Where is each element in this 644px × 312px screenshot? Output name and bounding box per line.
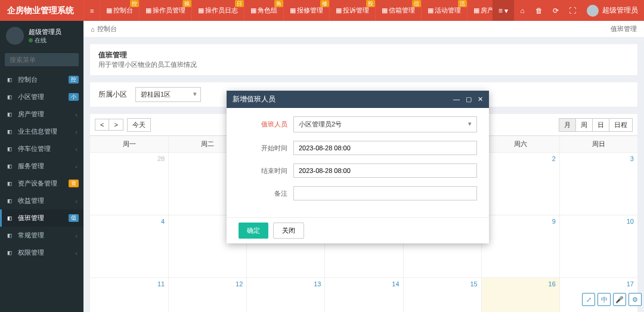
- top-nav: ≡ ▦ 控制台控▦ 操作员管理操▦ 操作员日志日▦ 角色组角▦ 报修管理修▦ 投…: [83, 0, 493, 21]
- modal-footer: 确定 关闭: [227, 217, 489, 243]
- sidebar-avatar: [6, 27, 24, 45]
- home-icon[interactable]: ⌂: [514, 7, 531, 15]
- remark-input[interactable]: [293, 186, 477, 200]
- nav-more[interactable]: ≡ ▾: [493, 0, 514, 21]
- sidebar-item[interactable]: ◧服务管理‹: [0, 157, 83, 175]
- filter-label: 所属小区: [98, 89, 127, 100]
- modal-add-duty: 新增值班人员 — ▢ ✕ 值班人员 小区管理员2号 开始时间 结束时间 备注 确…: [227, 91, 489, 243]
- weekday-header: 周日: [559, 136, 637, 152]
- trash-icon[interactable]: 🗑: [531, 7, 547, 15]
- ok-button[interactable]: 确定: [239, 223, 268, 239]
- modal-close-icon[interactable]: ✕: [478, 95, 483, 103]
- user-name: 超级管理员: [602, 5, 638, 16]
- top-bar: 企房物业管理系统 ≡ ▦ 控制台控▦ 操作员管理操▦ 操作员日志日▦ 角色组角▦…: [0, 0, 644, 21]
- start-time-input[interactable]: [293, 141, 477, 155]
- top-tab[interactable]: ▦ 房产管理房: [467, 0, 492, 21]
- avatar: [587, 5, 599, 17]
- nav-burger[interactable]: ≡: [83, 0, 100, 21]
- top-icons: ⌂ 🗑 ⟳ ⛶: [514, 0, 581, 21]
- label-end: 结束时间: [239, 166, 293, 175]
- close-button[interactable]: 关闭: [273, 223, 304, 239]
- calendar-cell[interactable]: 2: [481, 152, 559, 215]
- crumb-home[interactable]: 控制台: [97, 24, 117, 33]
- top-tab[interactable]: ▦ 角色组角: [244, 0, 283, 21]
- float-buttons: ⤢ 中 🎤 ⚙: [582, 293, 642, 306]
- top-tab[interactable]: ▦ 操作员日志日: [191, 0, 244, 21]
- cal-prev[interactable]: <: [95, 119, 109, 131]
- cal-view-btn[interactable]: 月: [559, 118, 576, 132]
- sidebar-item[interactable]: ◧权限管理‹: [0, 244, 83, 261]
- sidebar-menu: ◧控制台控◧小区管理小◧房产管理‹◧业主信息管理‹◧停车位管理‹◧服务管理‹◧资…: [0, 71, 83, 261]
- person-select[interactable]: 小区管理员2号: [293, 116, 477, 132]
- fullscreen-icon[interactable]: ⛶: [564, 7, 581, 15]
- label-person: 值班人员: [239, 120, 293, 129]
- sidebar-status: 在线: [29, 36, 61, 45]
- calendar-cell[interactable]: 9: [481, 215, 559, 277]
- cal-views: 月周日日程: [559, 118, 633, 132]
- top-tab[interactable]: ▦ 控制台控: [100, 0, 139, 21]
- home-icon: ⌂: [91, 26, 95, 33]
- sidebar-username: 超级管理员: [29, 27, 61, 36]
- modal-body: 值班人员 小区管理员2号 开始时间 结束时间 备注: [227, 108, 489, 217]
- app-logo: 企房物业管理系统: [0, 0, 83, 21]
- modal-min-icon[interactable]: —: [453, 95, 460, 103]
- label-remark: 备注: [239, 189, 293, 198]
- label-start: 开始时间: [239, 144, 293, 153]
- calendar-cell[interactable]: 28: [90, 152, 168, 215]
- top-tab[interactable]: ▦ 活动管理活: [421, 0, 467, 21]
- crumb-current: 值班管理: [611, 24, 637, 33]
- calendar-cell[interactable]: 10: [559, 215, 637, 277]
- cal-next[interactable]: >: [109, 119, 123, 131]
- modal-header[interactable]: 新增值班人员 — ▢ ✕: [227, 91, 489, 108]
- sidebar-item[interactable]: ◧资产设备管理资: [0, 175, 83, 192]
- calendar-cell[interactable]: 15: [403, 277, 481, 312]
- calendar-cell[interactable]: 11: [90, 277, 168, 312]
- float-lang-icon[interactable]: 中: [597, 293, 611, 306]
- calendar-cell[interactable]: 16: [481, 277, 559, 312]
- cal-view-btn[interactable]: 日: [593, 118, 609, 132]
- calendar-cell[interactable]: 4: [90, 215, 168, 277]
- calendar-cell[interactable]: 3: [559, 152, 637, 215]
- sidebar-user: 超级管理员 在线: [0, 21, 83, 51]
- calendar-cell[interactable]: 13: [246, 277, 324, 312]
- sidebar-item[interactable]: ◧房产管理‹: [0, 106, 83, 123]
- sidebar-item[interactable]: ◧停车位管理‹: [0, 140, 83, 157]
- sidebar: 超级管理员 在线 ◧控制台控◧小区管理小◧房产管理‹◧业主信息管理‹◧停车位管理…: [0, 21, 83, 312]
- weekday-header: 周六: [481, 136, 559, 152]
- top-tab[interactable]: ▦ 报修管理修: [283, 0, 329, 21]
- sidebar-item[interactable]: ◧控制台控: [0, 71, 83, 88]
- search-input[interactable]: [5, 53, 79, 66]
- community-select[interactable]: 碧桂园1区: [135, 87, 201, 102]
- sidebar-item[interactable]: ◧值班管理值: [0, 209, 83, 227]
- modal-max-icon[interactable]: ▢: [466, 95, 472, 103]
- cal-view-btn[interactable]: 周: [576, 118, 593, 132]
- cal-view-btn[interactable]: 日程: [609, 118, 633, 132]
- top-tab[interactable]: ▦ 操作员管理操: [139, 0, 191, 21]
- refresh-icon[interactable]: ⟳: [547, 7, 564, 15]
- weekday-header: 周一: [90, 136, 168, 152]
- float-settings-icon[interactable]: ⚙: [628, 293, 642, 306]
- sidebar-item[interactable]: ◧业主信息管理‹: [0, 123, 83, 140]
- sidebar-item[interactable]: ◧小区管理小: [0, 88, 83, 106]
- float-expand-icon[interactable]: ⤢: [582, 293, 595, 306]
- float-mic-icon[interactable]: 🎤: [613, 293, 626, 306]
- panel-head: 值班管理 用于管理小区物业的员工值班情况: [89, 44, 638, 76]
- sidebar-item[interactable]: ◧常规管理‹: [0, 227, 83, 244]
- cal-today[interactable]: 今天: [127, 118, 151, 132]
- sidebar-search: [5, 53, 79, 66]
- sidebar-item[interactable]: ◧收益管理‹: [0, 192, 83, 209]
- panel-desc: 用于管理小区物业的员工值班情况: [98, 61, 197, 68]
- breadcrumb: ⌂ 控制台 值班管理: [83, 21, 644, 38]
- modal-title: 新增值班人员: [233, 94, 275, 104]
- top-tab[interactable]: ▦ 投诉管理投: [329, 0, 375, 21]
- calendar-cell[interactable]: 12: [168, 277, 246, 312]
- panel-title: 值班管理: [98, 51, 127, 59]
- calendar-cell[interactable]: 14: [324, 277, 402, 312]
- end-time-input[interactable]: [293, 163, 477, 178]
- top-tab[interactable]: ▦ 信箱管理信: [375, 0, 421, 21]
- top-user[interactable]: 超级管理员: [581, 0, 644, 21]
